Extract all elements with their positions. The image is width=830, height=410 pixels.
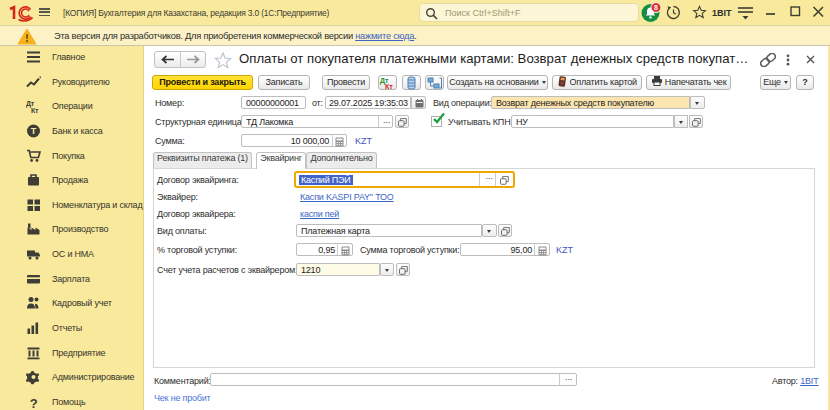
svg-text:Т: Т: [31, 126, 37, 136]
svg-text:8: 8: [654, 4, 658, 11]
svg-text:Кт: Кт: [31, 107, 39, 114]
svg-text:Кт: Кт: [385, 83, 393, 90]
svg-text:?: ?: [30, 395, 38, 409]
